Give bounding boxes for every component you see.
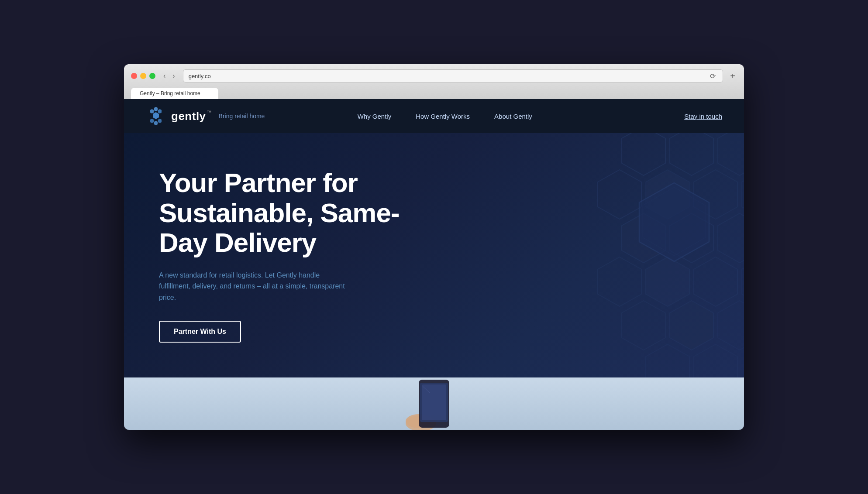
browser-tabs: Gently – Bring retail home (131, 88, 737, 99)
address-input[interactable] (189, 73, 709, 79)
svg-marker-1 (154, 107, 158, 111)
svg-marker-5 (150, 119, 154, 123)
nav-cta-stay-in-touch[interactable]: Stay in touch (684, 113, 722, 120)
back-button[interactable]: ‹ (161, 71, 168, 81)
logo-icon (146, 106, 166, 126)
refresh-button[interactable]: ⟳ (708, 70, 717, 82)
partner-with-us-button[interactable]: Partner With Us (159, 321, 241, 343)
hero-content: Your Partner for Sustainable, Same-Day D… (159, 168, 403, 342)
hero-section: Your Partner for Sustainable, Same-Day D… (124, 133, 744, 377)
minimize-window-button[interactable] (140, 73, 146, 79)
svg-marker-3 (158, 119, 162, 123)
svg-marker-17 (598, 257, 641, 306)
forward-button[interactable]: › (170, 71, 177, 81)
browser-nav-buttons: ‹ › (161, 71, 178, 81)
active-tab[interactable]: Gently – Bring retail home (131, 88, 218, 99)
svg-marker-18 (646, 257, 689, 306)
svg-marker-13 (742, 170, 744, 219)
svg-marker-25 (694, 344, 737, 377)
svg-rect-32 (422, 384, 446, 420)
window-controls (131, 73, 155, 79)
close-window-button[interactable] (131, 73, 137, 79)
svg-marker-7 (622, 133, 665, 175)
maximize-window-button[interactable] (149, 73, 155, 79)
svg-marker-24 (646, 344, 689, 377)
logo-trademark: ™ (207, 110, 212, 115)
hero-title: Your Partner for Sustainable, Same-Day D… (159, 168, 403, 257)
svg-marker-21 (622, 301, 665, 350)
svg-marker-9 (718, 133, 744, 175)
phone-hand-illustration (395, 377, 473, 430)
svg-marker-16 (718, 213, 744, 263)
logo-name: gently (171, 110, 206, 123)
svg-marker-2 (158, 109, 162, 113)
address-bar[interactable]: ⟳ (183, 69, 723, 82)
svg-marker-23 (718, 301, 744, 350)
svg-marker-0 (153, 112, 159, 119)
logo-text-group: gently ™ (171, 110, 212, 123)
svg-marker-8 (670, 133, 713, 175)
svg-marker-19 (694, 257, 737, 306)
tab-label: Gently – Bring retail home (140, 90, 200, 96)
nav-link-about-gently[interactable]: About Gently (482, 113, 544, 120)
nav-link-why-gently[interactable]: Why Gently (345, 113, 404, 120)
hex-background-pattern (460, 133, 744, 377)
bottom-section (124, 377, 744, 430)
hero-subtitle: A new standard for retail logistics. Let… (159, 270, 351, 303)
svg-marker-10 (598, 170, 641, 219)
svg-marker-6 (150, 109, 154, 113)
logo-tagline: Bring retail home (219, 113, 265, 120)
svg-marker-22 (670, 301, 713, 350)
browser-window: ‹ › ⟳ + Gently – Bring retail home (124, 64, 744, 430)
nav-link-how-gently-works[interactable]: How Gently Works (403, 113, 482, 120)
svg-marker-20 (742, 257, 744, 306)
browser-chrome: ‹ › ⟳ + Gently – Bring retail home (124, 64, 744, 99)
main-nav: gently ™ Bring retail home Why Gently Ho… (124, 99, 744, 133)
svg-marker-4 (154, 121, 158, 125)
logo-area: gently ™ Bring retail home (146, 106, 265, 126)
website-content: gently ™ Bring retail home Why Gently Ho… (124, 99, 744, 430)
new-tab-button[interactable]: + (728, 71, 737, 81)
nav-links: Why Gently How Gently Works About Gently (345, 113, 544, 120)
